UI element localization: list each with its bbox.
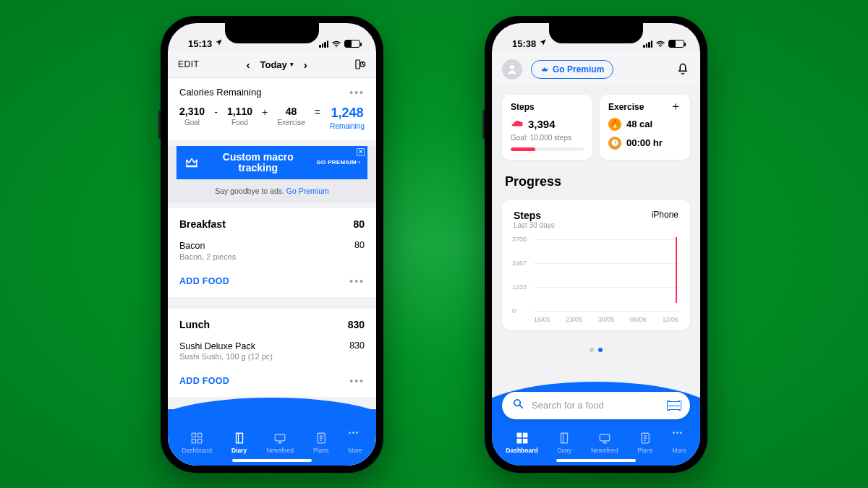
adfree-text: Say goodbye to ads. <box>215 187 286 195</box>
nav-plans[interactable]: Plans <box>313 432 328 454</box>
nav-more[interactable]: More <box>348 432 362 454</box>
svg-rect-3 <box>192 433 196 437</box>
status-time: 15:13 <box>188 38 212 49</box>
nav-newsfeed[interactable]: Newsfeed <box>591 432 618 454</box>
progress-heading: Progress <box>492 170 700 197</box>
location-icon <box>539 38 547 48</box>
chart-source: iPhone <box>652 210 678 220</box>
item-cal: 80 <box>354 240 365 250</box>
edit-button[interactable]: EDIT <box>178 59 199 69</box>
op-plus: + <box>262 106 268 118</box>
meal-item[interactable]: BaconBacon, 2 pieces 80 <box>168 237 376 267</box>
svg-rect-12 <box>517 433 521 437</box>
go-premium-button[interactable]: Go Premium <box>531 60 613 79</box>
wifi-icon <box>331 39 341 49</box>
prev-day-button[interactable]: ‹ <box>244 59 253 71</box>
nav-label: Plans <box>637 447 652 454</box>
screen: 15:13 EDIT ‹ Today ▾ <box>168 23 376 466</box>
adfree-link[interactable]: Go Premium <box>286 187 329 195</box>
meal-more-button[interactable]: ••• <box>349 275 365 287</box>
xtick: 23/05 <box>566 316 582 323</box>
xtick: 16/05 <box>534 316 550 323</box>
meal-name: Breakfast <box>179 218 226 230</box>
nav-plans[interactable]: Plans <box>637 432 652 454</box>
shoe-icon <box>511 118 524 131</box>
nav-dashboard[interactable]: Dashboard <box>506 432 537 454</box>
add-food-button[interactable]: ADD FOOD <box>179 276 229 286</box>
promo-cta: GO PREMIUM <box>317 159 357 166</box>
svg-rect-16 <box>600 434 610 440</box>
item-sub: Bacon, 2 pieces <box>179 252 236 261</box>
clock-icon: 🕒 <box>608 137 621 150</box>
nav-label: Diary <box>557 447 571 454</box>
add-exercise-button[interactable]: ＋ <box>670 102 681 112</box>
xtick: 30/05 <box>598 316 615 323</box>
promo-line2: tracking <box>207 163 310 174</box>
meal-lunch: Lunch830 Sushi Deluxe PackSushi Sushi, 1… <box>168 309 376 397</box>
date-label: Today <box>260 59 287 70</box>
chart-bar <box>676 237 678 302</box>
svg-point-9 <box>660 46 661 47</box>
steps-progress <box>511 147 584 151</box>
nutrition-summary-icon[interactable] <box>354 59 366 70</box>
nav-label: Newsfeed <box>266 447 294 454</box>
nav-more[interactable]: More <box>672 432 686 454</box>
fire-icon: 🔥 <box>608 118 621 131</box>
go-premium-label: Go Premium <box>553 64 604 74</box>
meal-name: Lunch <box>179 319 210 330</box>
xtick: 06/06 <box>630 316 647 323</box>
nav-newsfeed[interactable]: Newsfeed <box>266 432 294 454</box>
caret-down-icon: ▾ <box>290 61 294 68</box>
home-indicator[interactable] <box>556 459 636 462</box>
card-title: Exercise <box>608 102 644 112</box>
meal-total: 830 <box>348 319 365 330</box>
pager[interactable] <box>492 342 700 355</box>
nav-dashboard[interactable]: Dashboard <box>182 432 212 454</box>
exercise-cal: 48 cal <box>626 119 652 129</box>
op-minus: - <box>214 106 218 118</box>
bottom-nav: Dashboard Diary Newsfeed Plans More <box>168 409 376 466</box>
nav-diary[interactable]: Diary <box>231 432 247 454</box>
add-food-button[interactable]: ADD FOOD <box>179 376 229 386</box>
nav-label: Plans <box>313 447 328 454</box>
status-time: 15:38 <box>512 38 536 49</box>
calories-card: Calories Remaining ••• 2,310Goal - 1,110… <box>168 78 376 140</box>
notch <box>225 23 319 43</box>
meal-item[interactable]: Sushi Deluxe PackSushi Sushi, 100 g (12 … <box>168 338 376 368</box>
notifications-button[interactable] <box>676 61 690 78</box>
search-placeholder: Search for a food <box>532 400 661 411</box>
steps-card[interactable]: Steps 3,394 Goal: 10,000 steps <box>502 95 592 160</box>
next-day-button[interactable]: › <box>301 59 310 71</box>
date-picker[interactable]: Today ▾ <box>260 59 294 70</box>
screen: 15:38 Go Premium <box>492 23 700 466</box>
steps-value: 3,394 <box>528 118 556 130</box>
progress-chart-card[interactable]: Steps Last 30 days iPhone 3700 2467 1233… <box>502 200 690 330</box>
location-icon <box>215 38 223 48</box>
exercise-card[interactable]: Exercise＋ 🔥48 cal 🕒00:00 hr <box>600 95 690 160</box>
exercise-time: 00:00 hr <box>626 137 663 148</box>
promo-close-icon[interactable]: ✕ <box>357 148 365 156</box>
remaining-label: Remaining <box>330 122 365 130</box>
battery-icon <box>668 40 684 48</box>
battery-icon <box>344 40 360 48</box>
op-eq: = <box>315 106 320 118</box>
nav-diary[interactable]: Diary <box>557 432 571 454</box>
xtick: 13/06 <box>662 316 678 323</box>
ytick: 2467 <box>512 260 527 267</box>
home-indicator[interactable] <box>232 459 312 462</box>
ytick: 3700 <box>512 236 527 243</box>
meal-more-button[interactable]: ••• <box>349 375 365 387</box>
divider <box>168 297 376 303</box>
goal-value: 2,310 <box>179 106 205 117</box>
nav-label: Dashboard <box>182 447 212 454</box>
nav-label: Dashboard <box>506 447 537 454</box>
promo-banner[interactable]: Custom macro tracking GO PREMIUM › ✕ <box>176 146 367 180</box>
avatar[interactable] <box>502 59 522 80</box>
nav-label: Newsfeed <box>591 447 618 454</box>
goal-label: Goal <box>179 119 205 127</box>
calories-more-button[interactable]: ••• <box>349 87 365 98</box>
card-title: Steps <box>511 102 535 112</box>
search-food[interactable]: Search for a food <box>502 392 690 419</box>
barcode-scan-icon[interactable] <box>668 401 680 410</box>
nav-label: More <box>348 447 362 454</box>
